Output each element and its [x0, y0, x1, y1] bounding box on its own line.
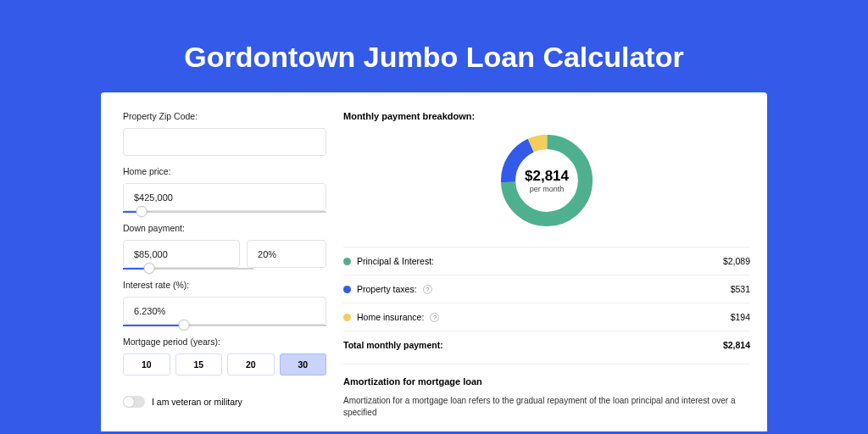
legend-label: Principal & Interest:: [357, 256, 434, 266]
legend-dot-icon: [343, 258, 351, 265]
payment-donut-chart: $2,814 per month: [496, 130, 598, 231]
slider-thumb-icon[interactable]: [179, 320, 190, 331]
period-button-15[interactable]: 15: [175, 353, 223, 376]
legend-value: $531: [731, 284, 750, 294]
form-column: Property Zip Code: Home price: Down paym…: [123, 111, 326, 431]
amortization-title: Amortization for mortgage loan: [343, 376, 750, 387]
legend-label: Home insurance:: [357, 312, 424, 322]
zip-input[interactable]: [123, 128, 326, 156]
interest-rate-input[interactable]: [123, 297, 326, 325]
veteran-toggle[interactable]: [123, 396, 145, 408]
mortgage-period-group: 10152030: [123, 353, 326, 376]
info-icon[interactable]: ?: [430, 313, 439, 322]
legend-label: Property taxes:: [357, 284, 417, 294]
interest-rate-slider[interactable]: [123, 325, 326, 326]
total-label: Total monthly payment:: [343, 340, 443, 350]
down-payment-pct-input[interactable]: [247, 240, 326, 268]
info-icon[interactable]: ?: [423, 285, 432, 294]
amortization-text: Amortization for a mortgage loan refers …: [343, 395, 750, 419]
slider-thumb-icon[interactable]: [143, 263, 154, 274]
legend-row: Property taxes:?$531: [343, 275, 750, 303]
interest-rate-label: Interest rate (%):: [123, 280, 326, 290]
veteran-toggle-label: I am veteran or military: [152, 397, 242, 407]
period-button-30[interactable]: 30: [280, 353, 327, 376]
mortgage-period-label: Mortgage period (years):: [123, 337, 326, 347]
home-price-input[interactable]: [123, 183, 326, 211]
down-payment-label: Down payment:: [123, 223, 326, 233]
page-title: Gordontown Jumbo Loan Calculator: [0, 0, 868, 92]
legend-row: Home insurance:?$194: [343, 303, 750, 331]
breakdown-column: Monthly payment breakdown: $2,814 per mo…: [343, 111, 750, 431]
slider-thumb-icon[interactable]: [136, 206, 147, 217]
legend-list: Principal & Interest:$2,089Property taxe…: [343, 247, 750, 331]
down-payment-input[interactable]: [123, 240, 240, 268]
legend-dot-icon: [343, 286, 351, 293]
home-price-slider[interactable]: [123, 211, 326, 213]
donut-center-amount: $2,814: [525, 168, 569, 185]
calculator-card: Property Zip Code: Home price: Down paym…: [101, 92, 767, 431]
period-button-10[interactable]: 10: [123, 353, 170, 376]
legend-value: $194: [731, 312, 750, 322]
home-price-label: Home price:: [123, 166, 326, 176]
total-value: $2,814: [723, 340, 750, 350]
period-button-20[interactable]: 20: [227, 353, 275, 376]
breakdown-title: Monthly payment breakdown:: [343, 111, 750, 121]
legend-dot-icon: [343, 314, 351, 321]
zip-label: Property Zip Code:: [123, 111, 326, 121]
legend-row: Principal & Interest:$2,089: [343, 247, 750, 275]
legend-value: $2,089: [723, 256, 750, 266]
donut-center-unit: per month: [530, 185, 565, 193]
down-payment-slider[interactable]: [123, 268, 253, 270]
